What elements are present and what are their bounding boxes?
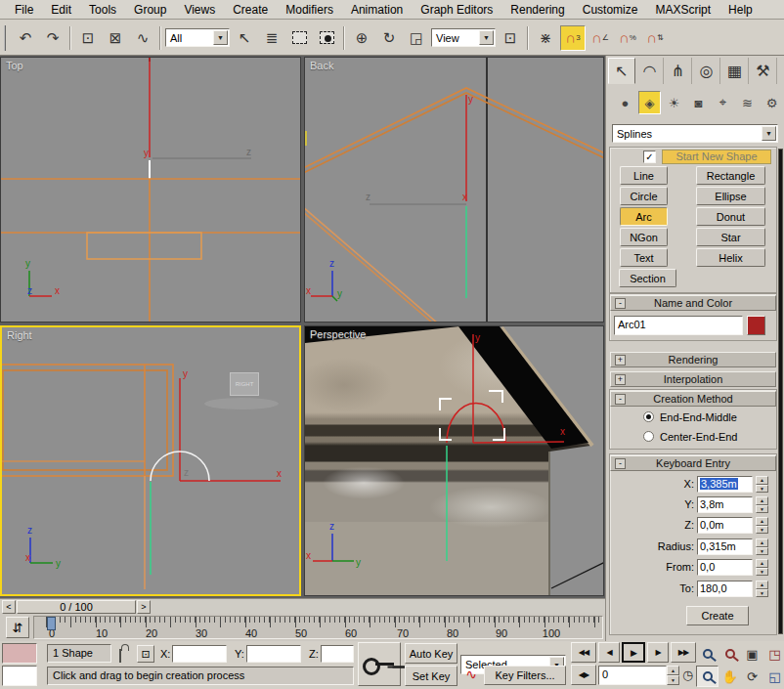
shape-button-text[interactable]: Text xyxy=(620,248,668,267)
coord-x-field[interactable] xyxy=(172,645,227,663)
next-frame-icon[interactable]: ▶ xyxy=(647,642,669,663)
snap-toggle-3d-icon[interactable]: ∩3 xyxy=(560,25,586,51)
tab-utilities-icon[interactable]: ⚒ xyxy=(750,58,777,84)
category-lights-icon[interactable]: ☀ xyxy=(663,91,685,114)
rectangular-selection-region-icon[interactable] xyxy=(286,25,312,51)
radius-field[interactable]: 0,315m xyxy=(697,538,753,555)
select-and-link-icon[interactable]: ⊡ xyxy=(75,25,101,51)
arc-rotate-icon[interactable]: ⟳ xyxy=(741,666,763,687)
frame-spinner[interactable]: ▲▼ xyxy=(667,666,679,685)
redo-icon[interactable]: ↷ xyxy=(40,25,65,51)
to-angle-field[interactable]: 180,0 xyxy=(697,581,753,597)
reference-coordinate-system-dropdown[interactable]: View ▼ xyxy=(431,28,496,47)
go-to-start-icon[interactable]: ◀◀ xyxy=(571,642,596,663)
current-frame-field[interactable]: 0 xyxy=(598,666,667,685)
collapse-icon[interactable]: - xyxy=(615,394,626,405)
coord-z-field[interactable] xyxy=(321,645,354,663)
unlink-selection-icon[interactable]: ⊠ xyxy=(103,25,128,51)
category-geometry-icon[interactable]: ● xyxy=(614,91,636,114)
shape-button-circle[interactable]: Circle xyxy=(620,187,668,205)
shape-button-section[interactable]: Section xyxy=(619,269,676,287)
zoom-icon[interactable] xyxy=(696,643,719,665)
zoom-all-icon[interactable] xyxy=(719,643,741,665)
menu-modifiers[interactable]: Modifiers xyxy=(277,3,342,17)
pan-hand-icon[interactable]: ✋ xyxy=(719,666,741,687)
panel-scrollbar[interactable] xyxy=(778,149,783,634)
rollout-name-and-color[interactable]: - Name and Color xyxy=(610,295,776,311)
zoom-extents-icon[interactable]: ▣ xyxy=(741,643,763,665)
tab-display-icon[interactable]: ▦ xyxy=(721,58,749,84)
select-and-rotate-icon[interactable]: ↻ xyxy=(376,25,402,51)
spinner-snap-icon[interactable]: ∩⇅ xyxy=(642,25,668,51)
shape-button-ellipse[interactable]: Ellipse xyxy=(696,187,765,205)
region-zoom-icon[interactable] xyxy=(696,666,719,687)
menu-group[interactable]: Group xyxy=(125,3,175,17)
chevron-down-icon[interactable]: ▼ xyxy=(213,30,228,45)
category-cameras-icon[interactable]: ◙ xyxy=(687,91,710,114)
viewport-right-active[interactable]: Right RIGHT y x z z x y xyxy=(0,325,301,596)
select-by-name-icon[interactable]: ≣ xyxy=(259,25,284,51)
menu-views[interactable]: Views xyxy=(175,3,224,17)
radio-center-end-end[interactable] xyxy=(643,431,654,442)
viewport-perspective[interactable]: Perspective y x z x y xyxy=(304,325,604,596)
y-coordinate-field[interactable]: 3,8m xyxy=(697,496,753,513)
previous-frame-icon[interactable]: ◀ xyxy=(598,642,620,663)
object-name-field[interactable]: Arc01 xyxy=(614,316,743,335)
radio-end-end-middle[interactable] xyxy=(643,411,654,422)
maxscript-mini-listener-white[interactable] xyxy=(2,666,37,686)
key-mode-toggle-icon[interactable]: ◀▶ xyxy=(571,665,596,685)
start-new-shape-checkbox[interactable]: ✓ xyxy=(643,151,656,163)
time-slider-next-button[interactable]: > xyxy=(137,600,151,614)
window-crossing-icon[interactable] xyxy=(314,25,339,51)
create-button[interactable]: Create xyxy=(686,606,749,625)
play-button-icon[interactable]: ▶ xyxy=(622,642,645,663)
menu-edit[interactable]: Edit xyxy=(42,3,80,17)
menu-animation[interactable]: Animation xyxy=(342,3,412,17)
shape-button-star[interactable]: Star xyxy=(696,228,765,246)
z-coordinate-field[interactable]: 0,0m xyxy=(697,517,753,534)
shape-button-line[interactable]: Line xyxy=(620,166,668,185)
keyboard-shortcut-override-icon[interactable] xyxy=(358,642,401,686)
rollout-creation-method[interactable]: - Creation Method xyxy=(610,391,776,407)
use-pivot-point-icon[interactable]: ⊡ xyxy=(498,25,523,51)
track-bar-ruler[interactable]: 0 10 20 30 40 50 60 70 80 90 100 xyxy=(33,616,603,639)
category-systems-icon[interactable]: ⚙ xyxy=(761,91,783,114)
menu-rendering[interactable]: Rendering xyxy=(501,3,573,17)
radio-label-center-end-end[interactable]: Center-End-End xyxy=(660,431,738,443)
shape-button-helix[interactable]: Helix xyxy=(696,248,765,267)
menu-help[interactable]: Help xyxy=(719,3,762,17)
category-shapes-icon[interactable]: ◈ xyxy=(638,91,661,114)
category-helpers-icon[interactable]: ⌖ xyxy=(712,91,734,114)
start-new-shape-button[interactable]: Start New Shape xyxy=(662,150,771,164)
time-slider-handle[interactable]: 0 / 100 xyxy=(17,600,136,614)
shape-button-donut[interactable]: Donut xyxy=(696,207,765,226)
menu-create[interactable]: Create xyxy=(224,3,277,17)
tab-create-icon[interactable]: ↖ xyxy=(608,58,635,84)
menu-customize[interactable]: Customize xyxy=(574,3,647,17)
go-to-end-icon[interactable]: ▶▶ xyxy=(671,642,696,663)
shape-button-ngon[interactable]: NGon xyxy=(620,228,668,246)
select-and-scale-icon[interactable]: ◲ xyxy=(404,25,429,51)
select-and-manipulate-icon[interactable]: ⋇ xyxy=(533,25,558,51)
shape-button-rectangle[interactable]: Rectangle xyxy=(696,166,765,185)
menu-file[interactable]: File xyxy=(6,3,42,17)
tab-hierarchy-icon[interactable]: ⋔ xyxy=(665,58,692,84)
collapse-icon[interactable]: - xyxy=(615,458,626,469)
auto-key-button[interactable]: Auto Key xyxy=(405,643,457,664)
coord-y-field[interactable] xyxy=(246,645,301,663)
menu-tools[interactable]: Tools xyxy=(80,3,125,17)
bind-to-spacewarp-icon[interactable]: ∿ xyxy=(130,25,155,51)
absolute-relative-coords-icon[interactable]: ⊡ xyxy=(137,645,154,663)
toolbar-grip[interactable] xyxy=(4,25,8,51)
category-spacewarps-icon[interactable]: ≋ xyxy=(736,91,759,114)
angle-snap-icon[interactable]: ∩∠ xyxy=(588,25,613,51)
selection-filter-dropdown[interactable]: All ▼ xyxy=(165,28,230,47)
shape-category-dropdown[interactable]: Splines ▼ xyxy=(612,124,778,143)
expand-icon[interactable]: + xyxy=(615,374,626,385)
menu-maxscript[interactable]: MAXScript xyxy=(646,3,719,17)
collapse-icon[interactable]: - xyxy=(615,298,626,309)
zoom-extents-all-icon[interactable]: ◳ xyxy=(763,643,784,665)
from-angle-field[interactable]: 0,0 xyxy=(697,559,753,576)
min-max-toggle-icon[interactable]: ◱ xyxy=(763,666,784,687)
time-configuration-icon[interactable]: ◷ xyxy=(682,667,693,682)
